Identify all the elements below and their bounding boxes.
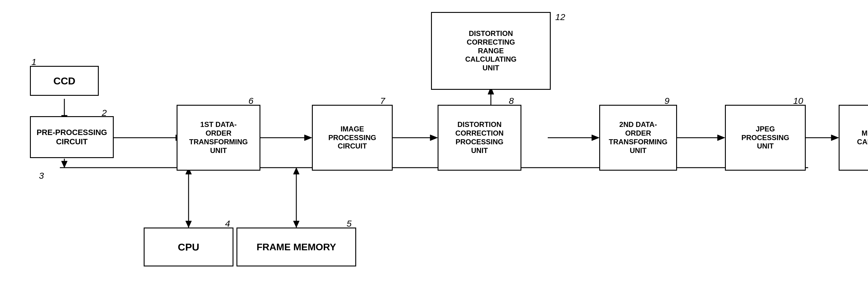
svg-marker-4 bbox=[61, 161, 67, 168]
distortion-range-block: DISTORTIONCORRECTINGRANGECALCULATINGUNIT bbox=[431, 12, 551, 90]
distortion-correction-block: DISTORTIONCORRECTIONPROCESSINGUNIT bbox=[438, 105, 521, 171]
cpu-block: CPU bbox=[144, 227, 234, 266]
label-10: 10 bbox=[793, 96, 803, 106]
svg-marker-17 bbox=[717, 135, 725, 141]
label-5: 5 bbox=[347, 219, 352, 229]
ccd-block: CCD bbox=[30, 66, 99, 96]
label-6: 6 bbox=[248, 96, 253, 106]
svg-marker-27 bbox=[186, 221, 191, 227]
svg-marker-8 bbox=[304, 135, 312, 141]
frame-memory-block: FRAME MEMORY bbox=[237, 227, 356, 266]
label-2: 2 bbox=[102, 108, 107, 118]
first-data-order-block: 1ST DATA-ORDERTRANSFORMINGUNIT bbox=[177, 105, 260, 171]
image-processing-block: IMAGEPROCESSINGCIRCUIT bbox=[312, 105, 393, 171]
label-4: 4 bbox=[225, 219, 230, 229]
svg-marker-19 bbox=[831, 135, 839, 141]
pre-processing-block: PRE-PROCESSINGCIRCUIT bbox=[30, 116, 114, 158]
label-1: 1 bbox=[31, 57, 36, 67]
svg-marker-29 bbox=[293, 168, 299, 174]
diagram: CCD 1 PRE-PROCESSINGCIRCUIT 2 3 1ST DATA… bbox=[0, 0, 868, 288]
svg-marker-30 bbox=[293, 221, 299, 227]
svg-marker-10 bbox=[430, 135, 438, 141]
label-9: 9 bbox=[664, 96, 670, 106]
label-3: 3 bbox=[39, 171, 44, 181]
label-7: 7 bbox=[380, 96, 385, 106]
second-data-order-block: 2ND DATA-ORDERTRANSFORMINGUNIT bbox=[599, 105, 677, 171]
svg-marker-15 bbox=[592, 135, 599, 141]
jpeg-block: JPEGPROCESSINGUNIT bbox=[725, 105, 806, 171]
label-8: 8 bbox=[509, 96, 514, 106]
memory-card-block: MEMORYCARD, ETC. bbox=[839, 105, 868, 171]
label-12: 12 bbox=[555, 12, 565, 22]
